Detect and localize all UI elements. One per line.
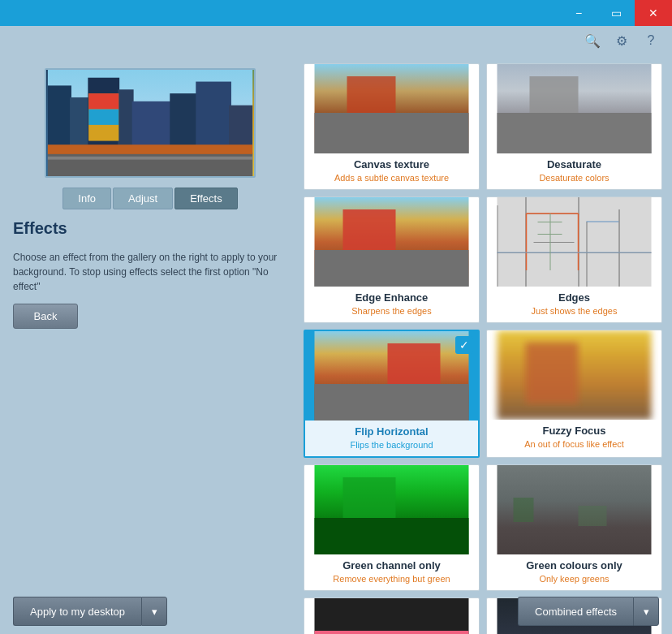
- combined-button[interactable]: Combined effects: [518, 597, 633, 626]
- minimize-button[interactable]: −: [560, 0, 597, 26]
- gallery-name-canvas: Canvas texture: [311, 158, 472, 170]
- gallery-name-flip: Flip Horizontal: [312, 425, 472, 438]
- gallery-name-edge-enhance: Edge Enhance: [311, 291, 472, 304]
- gallery-thumb-canvas: [304, 64, 479, 153]
- bottom-bar: Apply to my desktop ▾ Combined effects ▾: [0, 589, 672, 634]
- svg-rect-52: [579, 506, 607, 526]
- gallery-desc-edge-enhance: Sharpens the edges: [311, 306, 472, 316]
- effects-title: Effects: [13, 219, 287, 238]
- gallery-info-flip: Flip Horizontal Flips the background: [305, 421, 478, 456]
- gallery-item-canvas[interactable]: Canvas texture Adds a subtle canvas text…: [304, 63, 480, 190]
- title-bar: − ▭ ✕: [0, 0, 672, 26]
- gallery-desc-green-colours: Only keep greens: [493, 574, 655, 584]
- svg-rect-10: [88, 93, 118, 109]
- gallery-info-fuzzy: Fuzzy Focus An out of focus like effect: [487, 420, 661, 455]
- preview-image: [45, 68, 256, 178]
- gallery-thumb-green-colours: [487, 465, 661, 554]
- gallery-item-edge-enhance[interactable]: Edge Enhance Sharpens the edges: [304, 196, 480, 323]
- gallery-info-canvas: Canvas texture Adds a subtle canvas text…: [304, 153, 479, 189]
- gallery-desc-fuzzy: An out of focus like effect: [493, 439, 655, 449]
- effects-description: Choose an effect from the gallery on the…: [13, 250, 287, 294]
- gallery-item-green-colours[interactable]: Green colours only Only keep greens: [486, 464, 662, 591]
- gallery-item-green-channel[interactable]: Green channel only Remove everything but…: [304, 464, 480, 591]
- maximize-button[interactable]: ▭: [597, 0, 635, 26]
- tab-effects[interactable]: Effects: [174, 188, 238, 209]
- tab-info[interactable]: Info: [62, 188, 111, 209]
- tab-group: Info Adjust Effects: [62, 188, 237, 209]
- svg-rect-12: [88, 125, 118, 140]
- gallery-name-green-colours: Green colours only: [493, 559, 655, 571]
- top-toolbar: 🔍 ⚙ ?: [0, 26, 672, 55]
- gallery-info-green-colours: Green colours only Only keep greens: [487, 554, 661, 590]
- close-button[interactable]: ✕: [635, 0, 672, 26]
- gallery-info-edges: Edges Just shows the edges: [487, 287, 661, 322]
- svg-rect-21: [498, 113, 652, 153]
- gallery-thumb-edge-enhance: [304, 197, 479, 287]
- tab-adjust[interactable]: Adjust: [113, 188, 173, 209]
- gallery-desc-green-channel: Remove everything but green: [311, 574, 472, 584]
- help-icon[interactable]: ?: [640, 29, 662, 52]
- gallery-panel[interactable]: Canvas texture Adds a subtle canvas text…: [300, 55, 672, 634]
- gallery-desc-desaturate: Desaturate colors: [493, 173, 655, 183]
- combined-arrow-button[interactable]: ▾: [633, 597, 659, 626]
- search-icon[interactable]: 🔍: [581, 29, 604, 52]
- apply-button-group: Apply to my desktop ▾: [13, 597, 167, 626]
- svg-rect-11: [88, 110, 118, 125]
- left-panel: Info Adjust Effects Effects Choose an ef…: [0, 55, 300, 634]
- gallery-grid: Canvas texture Adds a subtle canvas text…: [304, 63, 666, 634]
- gallery-thumb-edges: [487, 197, 661, 287]
- gallery-name-desaturate: Desaturate: [493, 158, 655, 170]
- svg-rect-49: [315, 518, 469, 554]
- gallery-thumb-fuzzy: [487, 330, 661, 420]
- gallery-item-flip[interactable]: ✓ Flip Horizontal Flips the background: [304, 330, 480, 458]
- effects-section: Effects Choose an effect from the galler…: [13, 219, 287, 294]
- svg-rect-46: [526, 343, 579, 403]
- apply-button[interactable]: Apply to my desktop: [13, 597, 141, 626]
- svg-rect-15: [48, 144, 252, 154]
- gallery-info-desaturate: Desaturate Desaturate colors: [487, 153, 661, 189]
- svg-rect-30: [534, 242, 575, 243]
- gallery-thumb-green-channel: [304, 465, 479, 554]
- gallery-name-fuzzy: Fuzzy Focus: [493, 425, 655, 437]
- gallery-desc-flip: Flips the background: [312, 440, 472, 450]
- svg-rect-13: [48, 153, 252, 176]
- svg-rect-44: [315, 384, 469, 421]
- svg-rect-26: [498, 205, 498, 287]
- back-button[interactable]: Back: [13, 304, 78, 329]
- gallery-name-green-channel: Green channel only: [311, 559, 472, 571]
- gallery-desc-canvas: Adds a subtle canvas texture: [311, 173, 472, 183]
- svg-rect-24: [315, 250, 469, 287]
- combined-button-group: Combined effects ▾: [518, 597, 659, 626]
- svg-rect-18: [315, 113, 469, 153]
- svg-rect-14: [48, 157, 252, 160]
- svg-rect-41: [550, 213, 551, 270]
- gallery-name-edges: Edges: [493, 291, 655, 304]
- gallery-info-green-channel: Green channel only Remove everything but…: [304, 554, 479, 590]
- gallery-item-edges[interactable]: Edges Just shows the edges: [486, 196, 662, 323]
- apply-arrow-button[interactable]: ▾: [141, 597, 167, 626]
- svg-rect-31: [587, 222, 588, 287]
- gallery-info-edge-enhance: Edge Enhance Sharpens the edges: [304, 287, 479, 322]
- settings-icon[interactable]: ⚙: [610, 29, 633, 52]
- svg-rect-51: [514, 498, 534, 522]
- gallery-thumb-desaturate: [487, 64, 661, 153]
- main-area: Info Adjust Effects Effects Choose an ef…: [0, 55, 672, 634]
- gallery-item-fuzzy[interactable]: Fuzzy Focus An out of focus like effect: [486, 330, 662, 458]
- gallery-thumb-flip: ✓: [305, 331, 478, 421]
- gallery-desc-edges: Just shows the edges: [493, 306, 655, 316]
- gallery-item-desaturate[interactable]: Desaturate Desaturate colors: [486, 63, 662, 190]
- svg-rect-32: [619, 209, 620, 287]
- selected-checkmark: ✓: [455, 336, 473, 354]
